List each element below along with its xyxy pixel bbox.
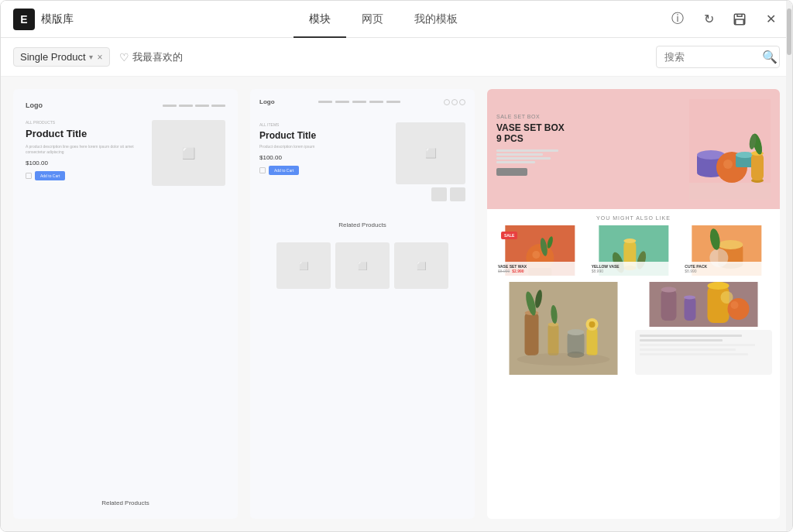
template-card-2[interactable]: Logo [250, 89, 475, 519]
preview-2-related-3: ⬜ [394, 242, 448, 289]
svg-point-47 [517, 353, 610, 366]
preview-2-nav-item-5 [386, 101, 400, 103]
search-box[interactable]: 🔍 [656, 46, 780, 68]
tab-templates[interactable]: 模块 [294, 1, 346, 38]
preview-1-breadcrumb: ALL PRODUCTS [26, 120, 144, 125]
preview-1-product-desc: A product description line goes here lor… [26, 144, 144, 155]
svg-point-52 [684, 296, 695, 300]
preview-1-nav [163, 105, 225, 107]
grid-item-1-label: VASE SET WAX $8.990 $2.990 [495, 262, 585, 276]
favorite-filter[interactable]: ♡ 我最喜欢的 [119, 50, 183, 64]
text-line-1 [640, 335, 742, 337]
preview-3-product-grid: SALE VASE SET WAX [495, 225, 772, 276]
refresh-button[interactable]: ↻ [699, 10, 718, 29]
template-card-3[interactable]: SALE SET BOX VASE SET BOX9 PCS [487, 89, 780, 519]
svg-rect-36 [548, 324, 559, 355]
favorite-label: 我最喜欢的 [132, 50, 183, 64]
preview-2-icon-1 [444, 99, 450, 105]
template-card-1[interactable]: Logo ALL PRODUCTS Product Title A produc… [13, 89, 238, 519]
product-illustration [689, 99, 771, 200]
preview-2-nav-item-3 [352, 101, 366, 103]
tab-pages[interactable]: 网页 [346, 1, 399, 38]
close-button[interactable]: ✕ [761, 10, 780, 29]
preview-2-actions: Add to Cart [259, 166, 388, 175]
header-actions: ⓘ ↻ ✕ [668, 10, 780, 29]
preview-2-nav [318, 101, 400, 103]
preview-2-breadcrumb: ALL ITEMS [259, 122, 388, 127]
search-area: 🔍 [656, 46, 780, 68]
svg-rect-51 [685, 297, 696, 321]
filter-bar: Single Product ▾ × ♡ 我最喜欢的 🔍 [1, 38, 792, 77]
grid-item-3-price: $8.990 [685, 269, 769, 273]
grid-item-2: YELLOW VASE $8.990 [589, 225, 679, 276]
sale-badge-1: SALE [501, 232, 517, 239]
nav-dot-3 [195, 105, 209, 107]
info-button[interactable]: ⓘ [668, 10, 687, 29]
header-tabs: 模块 网页 我的模板 [98, 1, 668, 38]
preview-2-related-2: ⬜ [335, 242, 390, 289]
svg-point-30 [719, 240, 743, 249]
preview-3-subtitle: SALE SET BOX [496, 114, 685, 119]
preview-2-thumb-1 [431, 187, 447, 201]
svg-point-57 [731, 301, 739, 309]
tab-my-templates[interactable]: 我的模板 [399, 1, 473, 38]
main-content: Logo ALL PRODUCTS Product Title A produc… [1, 77, 792, 531]
preview-3-bottom-grid [487, 282, 780, 519]
template-preview-1: Logo ALL PRODUCTS Product Title A produc… [13, 89, 238, 519]
filter-tag-remove-icon[interactable]: × [98, 52, 103, 63]
preview-2-nav-item-4 [369, 101, 383, 103]
preview-2-add-cart-btn: Add to Cart [269, 166, 299, 175]
filter-tag-arrow-icon: ▾ [89, 53, 93, 61]
svg-rect-49 [661, 290, 677, 321]
bottom-photo-left-img [495, 282, 632, 375]
grid-item-1-orig-price: $8.990 [498, 269, 510, 273]
preview-2-related-1: ⬜ [276, 242, 331, 289]
grid-item-2-label: YELLOW VASE $8.990 [589, 262, 679, 276]
active-filter-tag[interactable]: Single Product ▾ × [13, 47, 110, 67]
preview-3-cta-btn [496, 168, 527, 176]
nav-dot-2 [179, 105, 193, 107]
preview-2-nav-item-1 [318, 101, 332, 103]
text-line-3 [640, 344, 755, 346]
preview-2-icon-3 [459, 99, 465, 105]
preview-2-price: $100.00 [259, 154, 388, 161]
save-button[interactable] [730, 10, 749, 29]
svg-point-6 [723, 160, 733, 169]
preview-2-related-items: ⬜ ⬜ ⬜ [259, 242, 465, 289]
svg-point-50 [661, 287, 677, 293]
preview-1-image: ⬜ [152, 120, 225, 186]
text-line-4 [640, 348, 736, 351]
grid-item-1: SALE VASE SET WAX [495, 225, 585, 276]
nav-dot-1 [163, 105, 177, 107]
svg-rect-44 [587, 328, 598, 355]
related-icon-2: ⬜ [358, 262, 367, 270]
svg-rect-14 [689, 183, 771, 200]
image-placeholder-icon: ⬜ [182, 147, 195, 160]
header: E 模版库 模块 网页 我的模板 ⓘ ↻ ✕ [1, 1, 792, 38]
grid-item-3-label: CUTE PACK $8.990 [681, 262, 772, 276]
detail-line-4 [496, 161, 535, 163]
heart-icon: ♡ [119, 51, 129, 63]
preview-2-info: ALL ITEMS Product Title Product descript… [259, 122, 388, 201]
preview-1-logo-bar: Logo [26, 101, 225, 109]
app-logo-icon: E [13, 9, 35, 30]
svg-point-37 [548, 323, 559, 327]
search-input[interactable] [664, 51, 757, 63]
bottom-text-block [635, 330, 772, 375]
preview-1-add-cart-btn: Add to Cart [35, 171, 65, 180]
preview-2-icons [444, 99, 465, 105]
template-preview-3: SALE SET BOX VASE SET BOX9 PCS [487, 89, 780, 519]
scrollbar-thumb[interactable] [787, 9, 791, 55]
preview-2-related-label: Related Products [259, 221, 465, 228]
preview-1-price: $100.00 [26, 160, 144, 166]
preview-3-section-title: YOU MIGHT ALSO LIKE [495, 215, 772, 221]
svg-point-39 [568, 329, 585, 335]
preview-1-related-label: Related Products [26, 493, 225, 506]
svg-point-46 [589, 321, 596, 328]
detail-line-3 [496, 157, 551, 160]
colorful-product-objects [689, 99, 771, 200]
preview-2-icon-2 [451, 99, 458, 105]
scrollbar[interactable] [786, 1, 792, 531]
svg-point-17 [532, 251, 540, 259]
filter-tag-label: Single Product [20, 51, 86, 63]
